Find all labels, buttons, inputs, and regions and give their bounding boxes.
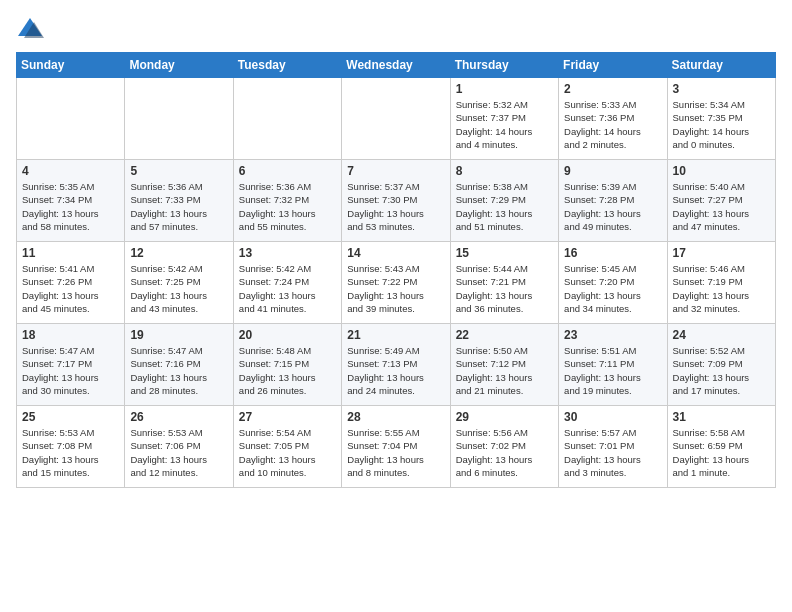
day-info: Sunrise: 5:49 AM Sunset: 7:13 PM Dayligh…: [347, 344, 444, 397]
day-info: Sunrise: 5:52 AM Sunset: 7:09 PM Dayligh…: [673, 344, 770, 397]
weekday-header-wednesday: Wednesday: [342, 53, 450, 78]
weekday-header-monday: Monday: [125, 53, 233, 78]
calendar-cell: 6Sunrise: 5:36 AM Sunset: 7:32 PM Daylig…: [233, 160, 341, 242]
day-info: Sunrise: 5:46 AM Sunset: 7:19 PM Dayligh…: [673, 262, 770, 315]
day-info: Sunrise: 5:53 AM Sunset: 7:08 PM Dayligh…: [22, 426, 119, 479]
weekday-header-saturday: Saturday: [667, 53, 775, 78]
day-number: 15: [456, 246, 553, 260]
day-number: 24: [673, 328, 770, 342]
day-number: 2: [564, 82, 661, 96]
calendar-cell: 15Sunrise: 5:44 AM Sunset: 7:21 PM Dayli…: [450, 242, 558, 324]
day-info: Sunrise: 5:47 AM Sunset: 7:17 PM Dayligh…: [22, 344, 119, 397]
calendar-cell: 17Sunrise: 5:46 AM Sunset: 7:19 PM Dayli…: [667, 242, 775, 324]
calendar-cell: 7Sunrise: 5:37 AM Sunset: 7:30 PM Daylig…: [342, 160, 450, 242]
calendar-cell: [233, 78, 341, 160]
day-number: 9: [564, 164, 661, 178]
week-row-2: 4Sunrise: 5:35 AM Sunset: 7:34 PM Daylig…: [17, 160, 776, 242]
calendar-cell: 11Sunrise: 5:41 AM Sunset: 7:26 PM Dayli…: [17, 242, 125, 324]
calendar-cell: 14Sunrise: 5:43 AM Sunset: 7:22 PM Dayli…: [342, 242, 450, 324]
calendar-cell: 5Sunrise: 5:36 AM Sunset: 7:33 PM Daylig…: [125, 160, 233, 242]
day-number: 30: [564, 410, 661, 424]
calendar-cell: 9Sunrise: 5:39 AM Sunset: 7:28 PM Daylig…: [559, 160, 667, 242]
calendar-cell: 2Sunrise: 5:33 AM Sunset: 7:36 PM Daylig…: [559, 78, 667, 160]
week-row-3: 11Sunrise: 5:41 AM Sunset: 7:26 PM Dayli…: [17, 242, 776, 324]
calendar-cell: 13Sunrise: 5:42 AM Sunset: 7:24 PM Dayli…: [233, 242, 341, 324]
day-number: 4: [22, 164, 119, 178]
day-info: Sunrise: 5:33 AM Sunset: 7:36 PM Dayligh…: [564, 98, 661, 151]
day-number: 18: [22, 328, 119, 342]
weekday-header-sunday: Sunday: [17, 53, 125, 78]
calendar-cell: 10Sunrise: 5:40 AM Sunset: 7:27 PM Dayli…: [667, 160, 775, 242]
day-info: Sunrise: 5:36 AM Sunset: 7:33 PM Dayligh…: [130, 180, 227, 233]
day-number: 21: [347, 328, 444, 342]
day-info: Sunrise: 5:44 AM Sunset: 7:21 PM Dayligh…: [456, 262, 553, 315]
day-info: Sunrise: 5:45 AM Sunset: 7:20 PM Dayligh…: [564, 262, 661, 315]
day-number: 7: [347, 164, 444, 178]
day-number: 29: [456, 410, 553, 424]
calendar-cell: 1Sunrise: 5:32 AM Sunset: 7:37 PM Daylig…: [450, 78, 558, 160]
calendar-cell: 21Sunrise: 5:49 AM Sunset: 7:13 PM Dayli…: [342, 324, 450, 406]
day-info: Sunrise: 5:55 AM Sunset: 7:04 PM Dayligh…: [347, 426, 444, 479]
day-number: 22: [456, 328, 553, 342]
weekday-header-friday: Friday: [559, 53, 667, 78]
day-info: Sunrise: 5:32 AM Sunset: 7:37 PM Dayligh…: [456, 98, 553, 151]
calendar-cell: 8Sunrise: 5:38 AM Sunset: 7:29 PM Daylig…: [450, 160, 558, 242]
day-number: 10: [673, 164, 770, 178]
calendar-cell: 19Sunrise: 5:47 AM Sunset: 7:16 PM Dayli…: [125, 324, 233, 406]
day-number: 17: [673, 246, 770, 260]
calendar-cell: 28Sunrise: 5:55 AM Sunset: 7:04 PM Dayli…: [342, 406, 450, 488]
calendar-cell: 31Sunrise: 5:58 AM Sunset: 6:59 PM Dayli…: [667, 406, 775, 488]
week-row-4: 18Sunrise: 5:47 AM Sunset: 7:17 PM Dayli…: [17, 324, 776, 406]
day-number: 3: [673, 82, 770, 96]
day-number: 31: [673, 410, 770, 424]
day-number: 27: [239, 410, 336, 424]
day-info: Sunrise: 5:43 AM Sunset: 7:22 PM Dayligh…: [347, 262, 444, 315]
calendar-cell: [125, 78, 233, 160]
day-number: 6: [239, 164, 336, 178]
calendar-cell: 29Sunrise: 5:56 AM Sunset: 7:02 PM Dayli…: [450, 406, 558, 488]
calendar-cell: 30Sunrise: 5:57 AM Sunset: 7:01 PM Dayli…: [559, 406, 667, 488]
day-number: 13: [239, 246, 336, 260]
day-info: Sunrise: 5:39 AM Sunset: 7:28 PM Dayligh…: [564, 180, 661, 233]
day-info: Sunrise: 5:57 AM Sunset: 7:01 PM Dayligh…: [564, 426, 661, 479]
day-number: 25: [22, 410, 119, 424]
calendar-cell: [342, 78, 450, 160]
calendar-cell: 16Sunrise: 5:45 AM Sunset: 7:20 PM Dayli…: [559, 242, 667, 324]
week-row-1: 1Sunrise: 5:32 AM Sunset: 7:37 PM Daylig…: [17, 78, 776, 160]
day-info: Sunrise: 5:47 AM Sunset: 7:16 PM Dayligh…: [130, 344, 227, 397]
day-number: 16: [564, 246, 661, 260]
day-info: Sunrise: 5:54 AM Sunset: 7:05 PM Dayligh…: [239, 426, 336, 479]
calendar-cell: 22Sunrise: 5:50 AM Sunset: 7:12 PM Dayli…: [450, 324, 558, 406]
day-number: 11: [22, 246, 119, 260]
day-info: Sunrise: 5:58 AM Sunset: 6:59 PM Dayligh…: [673, 426, 770, 479]
weekday-header-row: SundayMondayTuesdayWednesdayThursdayFrid…: [17, 53, 776, 78]
day-info: Sunrise: 5:56 AM Sunset: 7:02 PM Dayligh…: [456, 426, 553, 479]
day-number: 8: [456, 164, 553, 178]
day-info: Sunrise: 5:38 AM Sunset: 7:29 PM Dayligh…: [456, 180, 553, 233]
day-info: Sunrise: 5:50 AM Sunset: 7:12 PM Dayligh…: [456, 344, 553, 397]
calendar-table: SundayMondayTuesdayWednesdayThursdayFrid…: [16, 52, 776, 488]
calendar-cell: 23Sunrise: 5:51 AM Sunset: 7:11 PM Dayli…: [559, 324, 667, 406]
day-info: Sunrise: 5:34 AM Sunset: 7:35 PM Dayligh…: [673, 98, 770, 151]
day-number: 12: [130, 246, 227, 260]
calendar-cell: 24Sunrise: 5:52 AM Sunset: 7:09 PM Dayli…: [667, 324, 775, 406]
calendar-cell: 12Sunrise: 5:42 AM Sunset: 7:25 PM Dayli…: [125, 242, 233, 324]
day-info: Sunrise: 5:37 AM Sunset: 7:30 PM Dayligh…: [347, 180, 444, 233]
calendar-cell: 18Sunrise: 5:47 AM Sunset: 7:17 PM Dayli…: [17, 324, 125, 406]
day-info: Sunrise: 5:35 AM Sunset: 7:34 PM Dayligh…: [22, 180, 119, 233]
day-number: 20: [239, 328, 336, 342]
calendar-cell: 25Sunrise: 5:53 AM Sunset: 7:08 PM Dayli…: [17, 406, 125, 488]
weekday-header-thursday: Thursday: [450, 53, 558, 78]
calendar-cell: 3Sunrise: 5:34 AM Sunset: 7:35 PM Daylig…: [667, 78, 775, 160]
day-number: 28: [347, 410, 444, 424]
day-number: 5: [130, 164, 227, 178]
calendar-cell: [17, 78, 125, 160]
calendar-cell: 27Sunrise: 5:54 AM Sunset: 7:05 PM Dayli…: [233, 406, 341, 488]
calendar-cell: 26Sunrise: 5:53 AM Sunset: 7:06 PM Dayli…: [125, 406, 233, 488]
day-number: 1: [456, 82, 553, 96]
day-number: 19: [130, 328, 227, 342]
calendar-cell: 20Sunrise: 5:48 AM Sunset: 7:15 PM Dayli…: [233, 324, 341, 406]
day-info: Sunrise: 5:42 AM Sunset: 7:24 PM Dayligh…: [239, 262, 336, 315]
logo: [16, 16, 48, 44]
calendar-cell: 4Sunrise: 5:35 AM Sunset: 7:34 PM Daylig…: [17, 160, 125, 242]
